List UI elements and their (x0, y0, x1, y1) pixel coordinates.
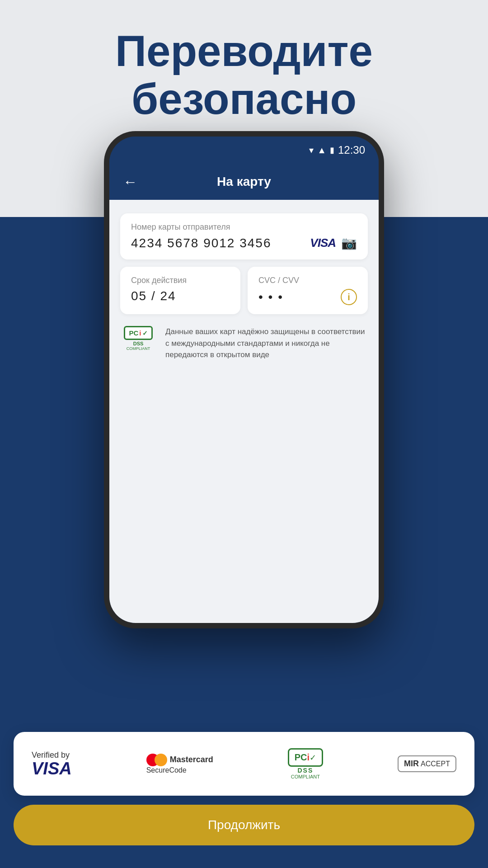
cvv-value: • • • (258, 290, 283, 304)
signal-icon: ▲ (317, 145, 326, 156)
camera-icon[interactable]: 📷 (341, 236, 357, 250)
expiry-value: 05 / 24 (131, 289, 230, 303)
mc-securecode-text: SecureCode (146, 766, 187, 774)
security-notice: PC i ✓ DSS COMPLIANT Данные ваших карт н… (120, 321, 368, 365)
pci-pc-text: PC (129, 329, 138, 337)
cvv-field[interactable]: CVC / CVV • • • i (248, 267, 368, 314)
app-content: Номер карты отправителя 4234 5678 9012 3… (109, 200, 379, 623)
expiry-label: Срок действия (131, 276, 230, 285)
battery-icon: ▮ (330, 145, 334, 155)
expiry-field[interactable]: Срок действия 05 / 24 (120, 267, 240, 314)
pci-dss-label: DSS (133, 341, 144, 346)
status-time: 12:30 (338, 144, 365, 156)
mir-accept-text: ACCEPT (421, 760, 450, 768)
mir-accept-badge: MIR ACCEPT (398, 755, 456, 772)
pci-compliant-label: COMPLIANT (127, 346, 150, 351)
app-header: ← На карту (109, 164, 379, 200)
card-number-label: Номер карты отправителя (131, 222, 357, 232)
card-number-value: 4234 5678 9012 3456 (131, 236, 272, 250)
status-icons: ▾ ▲ ▮ 12:30 (309, 144, 365, 156)
mc-circles (146, 754, 167, 766)
mastercard-securecode: Mastercard SecureCode (146, 754, 213, 774)
headline: Переводите безопасно (0, 27, 488, 123)
verified-by-visa: Verified by VISA (32, 750, 72, 777)
pci-compliant-large: COMPLIANT (291, 774, 320, 779)
pci-check-large: ✓ (310, 753, 316, 763)
cvv-label: CVC / CVV (258, 276, 357, 285)
headline-line1: Переводите (36, 27, 452, 75)
wifi-icon: ▾ (309, 145, 314, 156)
status-bar: ▾ ▲ ▮ 12:30 (109, 137, 379, 164)
pci-pc-large: PC (295, 752, 307, 763)
pci-check: ✓ (142, 330, 148, 337)
visa-big-label: VISA (32, 760, 72, 777)
app-header-title: На карту (217, 175, 271, 189)
card-brand-row: VISA 📷 (310, 236, 357, 250)
expiry-cvv-row: Срок действия 05 / 24 CVC / CVV • • • i (120, 267, 368, 314)
pci-badge-large: PC i ✓ DSS COMPLIANT (288, 748, 323, 779)
mc-mastercard-text: Mastercard (170, 755, 213, 764)
phone-frame: ▾ ▲ ▮ 12:30 ← На карту Номер карты отпра… (104, 131, 384, 628)
card-number-field[interactable]: Номер карты отправителя 4234 5678 9012 3… (120, 213, 368, 259)
phone-inner: ▾ ▲ ▮ 12:30 ← На карту Номер карты отпра… (109, 137, 379, 623)
headline-line2: безопасно (36, 75, 452, 123)
back-button[interactable]: ← (123, 174, 137, 190)
security-text: Данные ваших карт надёжно защищены в соо… (165, 326, 368, 361)
verified-by-text: Verified by (32, 750, 70, 760)
continue-label: Продолжить (208, 818, 280, 832)
info-icon[interactable]: i (341, 289, 357, 305)
mir-text: MIR (404, 759, 419, 769)
pci-dss-large: DSS (298, 767, 314, 774)
trust-badges-panel: Verified by VISA Mastercard SecureCode P… (14, 732, 474, 796)
visa-logo: VISA (310, 236, 336, 250)
pci-i-text: i (139, 329, 141, 337)
continue-button[interactable]: Продолжить (14, 805, 474, 845)
pci-badge-small: PC i ✓ DSS COMPLIANT (120, 326, 156, 351)
mc-orange-circle (155, 754, 167, 766)
